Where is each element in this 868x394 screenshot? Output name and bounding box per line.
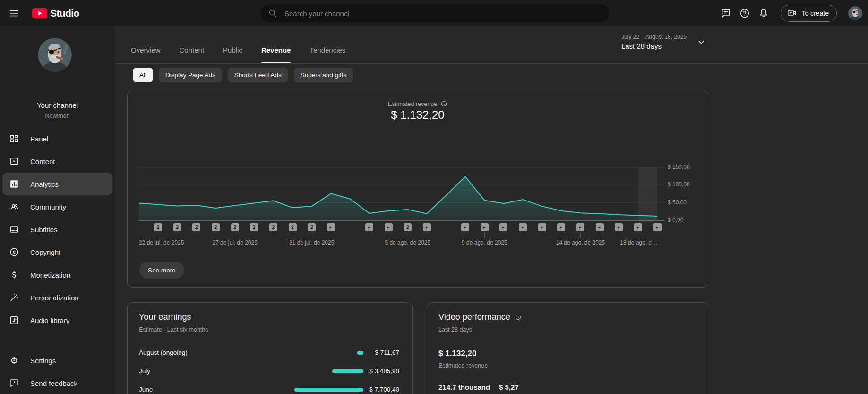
filter-chip-display-page-ads[interactable]: Display Page Ads xyxy=(159,68,222,82)
x-axis-date-label: 18 de ago. d… xyxy=(620,239,657,246)
sidebar-item-monetization[interactable]: Monetization xyxy=(0,263,115,286)
send-feedback-icon xyxy=(9,377,20,389)
sidebar-menu: PanelContentAnalyticsCommunitySubtitlesC… xyxy=(0,127,115,332)
earnings-month-label: August (ongoing) xyxy=(139,349,188,356)
sidebar-item-panel[interactable]: Panel xyxy=(0,127,115,150)
tab-overview[interactable]: Overview xyxy=(131,46,161,63)
performance-stat-views: 214.7 thousandViews xyxy=(438,383,490,394)
chevron-down-icon xyxy=(696,37,706,47)
brand-name: Studio xyxy=(50,8,79,19)
monetization-icon xyxy=(9,269,20,280)
sidebar-item-personalization[interactable]: Personalization xyxy=(0,286,115,309)
earnings-month-label: June xyxy=(139,386,153,393)
menu-button[interactable] xyxy=(9,8,20,19)
notifications-button[interactable] xyxy=(758,8,769,19)
sidebar-item-settings[interactable]: ⚙Settings xyxy=(0,349,115,372)
filter-chip-all[interactable]: All xyxy=(133,68,153,82)
sidebar-item-analytics[interactable]: Analytics xyxy=(2,173,112,195)
earnings-title: Your earnings xyxy=(139,312,191,322)
sidebar-item-label: Settings xyxy=(30,357,56,365)
filter-chip-shorts-feed-ads[interactable]: Shorts Feed Ads xyxy=(228,68,288,82)
audio-library-icon xyxy=(9,315,20,326)
earnings-row: August (ongoing)$ 711,67 xyxy=(139,348,399,358)
earnings-bar xyxy=(294,388,363,392)
date-range-picker[interactable]: July 22 – August 18, 2025 Last 28 days xyxy=(621,34,706,50)
create-video-icon xyxy=(787,8,797,19)
search-icon xyxy=(268,9,277,18)
create-button[interactable]: To create xyxy=(781,5,837,22)
earnings-bar xyxy=(357,351,363,355)
sidebar-item-label: Personalization xyxy=(30,294,79,302)
channel-avatar[interactable] xyxy=(38,38,72,72)
sidebar-item-content[interactable]: Content xyxy=(0,150,115,173)
sidebar-item-send-feedback[interactable]: Send feedback xyxy=(0,372,115,394)
tab-public[interactable]: Public xyxy=(223,46,242,63)
filter-chip-supers-and-gifts[interactable]: Supers and gifts xyxy=(294,68,353,82)
sidebar-item-label: Panel xyxy=(30,135,48,143)
channel-name: Newimon xyxy=(0,113,115,119)
earnings-rows: August (ongoing)$ 711,67July$ 3.485,90Ju… xyxy=(139,348,399,394)
feedback-lines-icon xyxy=(720,8,731,19)
studio-brand[interactable]: Studio xyxy=(32,8,79,19)
community-icon xyxy=(9,201,20,212)
subtitles-icon xyxy=(9,224,20,235)
see-more-button[interactable]: See more xyxy=(139,262,184,279)
sidebar-item-label: Send feedback xyxy=(30,379,77,387)
tab-tendencies[interactable]: Tendencies xyxy=(309,46,345,63)
stat-value: 214.7 thousand xyxy=(438,383,490,391)
sidebar-item-subtitles[interactable]: Subtitles xyxy=(0,218,115,241)
feedback-button[interactable] xyxy=(720,8,731,19)
sidebar-item-audio-library[interactable]: Audio library xyxy=(0,309,115,332)
copyright-icon xyxy=(9,246,20,258)
create-button-label: To create xyxy=(801,9,829,17)
analytics-tabs: OverviewContentPublicRevenueTendencies xyxy=(115,26,868,64)
x-axis-tick xyxy=(408,233,408,238)
x-axis-tick xyxy=(484,233,485,238)
tab-revenue[interactable]: Revenue xyxy=(261,46,291,63)
hamburger-icon xyxy=(9,13,20,20)
youtube-logo-icon xyxy=(32,8,47,18)
performance-primary-value: $ 1.132,20 xyxy=(438,349,476,359)
date-range-label: Last 28 days xyxy=(621,42,687,50)
performance-stat-revenue-per-thousand-views-rpm: $ 5,27Revenue per thousand views (RPM) xyxy=(499,383,594,394)
earnings-row: June$ 7.700,40 xyxy=(139,385,399,394)
video-performance-card: Video performance Last 28 days $ 1.132,2… xyxy=(427,302,709,394)
x-axis-date-label: 31 de jul. de 2025 xyxy=(289,239,334,246)
sidebar-item-label: Subtitles xyxy=(30,226,58,234)
chart-x-axis: 22 de jul. de 202527 de jul. de 202531 d… xyxy=(128,90,708,287)
x-axis-tick xyxy=(580,233,581,238)
x-axis-tick xyxy=(312,233,312,238)
sidebar-item-label: Copyright xyxy=(30,248,60,256)
performance-primary-label: Estimated revenue xyxy=(438,362,488,369)
topbar-actions: To create xyxy=(720,0,862,26)
clock-icon xyxy=(515,314,522,321)
earnings-month-label: July xyxy=(139,368,150,375)
performance-stats: 214.7 thousandViews$ 5,27Revenue per tho… xyxy=(438,383,697,394)
tab-content[interactable]: Content xyxy=(180,46,205,63)
search-input[interactable] xyxy=(284,9,602,18)
sidebar-item-label: Content xyxy=(30,158,55,166)
earnings-value: $ 3.485,90 xyxy=(369,367,399,376)
your-earnings-card: Your earnings Estimate · Last six months… xyxy=(127,302,413,394)
x-axis-date-label: 22 de jul. de 2025 xyxy=(139,239,184,246)
estimated-revenue-card: Estimated revenue $ 1.132,20 $ 150,00$ 1… xyxy=(127,90,708,288)
account-avatar[interactable] xyxy=(848,6,862,20)
sidebar-footer-menu: ⚙SettingsSend feedback xyxy=(0,349,115,394)
date-range-text: July 22 – August 18, 2025 xyxy=(621,34,687,40)
revenue-filter-chips: AllDisplay Page AdsShorts Feed AdsSupers… xyxy=(133,68,353,82)
search-bar[interactable] xyxy=(260,4,609,22)
help-icon xyxy=(739,8,750,19)
sidebar-item-label: Monetization xyxy=(30,271,70,279)
sidebar-item-label: Audio library xyxy=(30,316,69,324)
x-axis-date-label: 27 de jul. de 2025 xyxy=(212,239,257,246)
performance-subtitle: Last 28 days xyxy=(438,326,472,333)
content-icon xyxy=(9,156,20,167)
earnings-value: $ 7.700,40 xyxy=(369,385,399,394)
channel-label: Your channel xyxy=(0,101,115,109)
stat-value: $ 5,27 xyxy=(499,383,594,391)
sidebar-item-label: Analytics xyxy=(30,180,59,188)
sidebar-item-copyright[interactable]: Copyright xyxy=(0,241,115,263)
main-content: OverviewContentPublicRevenueTendencies J… xyxy=(115,26,868,394)
help-button[interactable] xyxy=(739,8,750,19)
sidebar-item-community[interactable]: Community xyxy=(0,195,115,218)
